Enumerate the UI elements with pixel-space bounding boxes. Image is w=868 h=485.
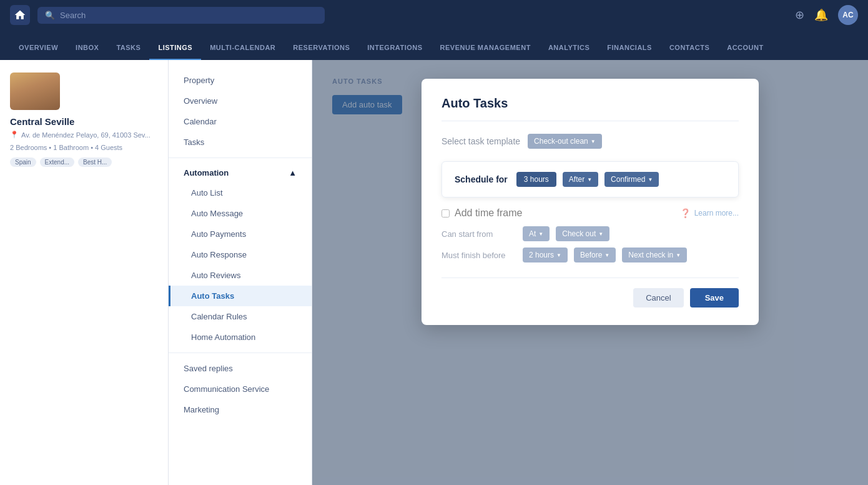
sidebar-nav: Property Overview Calendar Tasks Automat… (169, 60, 312, 485)
schedule-confirmed-btn[interactable]: Confirmed (604, 172, 659, 187)
sidebar-item-saved-replies[interactable]: Saved replies (169, 358, 312, 379)
modal-overlay: Auto Tasks Select task template Check-ou… (312, 60, 868, 485)
sidebar-item-auto-list[interactable]: Auto List (169, 182, 312, 203)
tag-extend: Extend... (40, 158, 74, 167)
must-finish-before-label: Must finish before (441, 251, 516, 260)
can-start-from-time-btn[interactable]: At (523, 226, 550, 241)
cancel-button[interactable]: Cancel (633, 288, 683, 308)
listing-panel: Central Seville 📍 Av. de Menéndez Pelayo… (0, 60, 169, 485)
help-icon: ❓ (680, 208, 691, 218)
sidebar-section-automation[interactable]: Automation ▲ (169, 163, 312, 182)
tab-tasks[interactable]: TASKS (107, 44, 149, 60)
modal-title: Auto Tasks (441, 96, 739, 121)
listing-address: 📍 Av. de Menéndez Pelayo, 69, 41003 Sev.… (10, 131, 158, 139)
add-time-frame-checkbox[interactable] (441, 209, 450, 218)
divider-2 (169, 352, 312, 353)
must-finish-before-event-btn[interactable]: Next check in (622, 248, 687, 262)
listing-name: Central Seville (10, 116, 158, 127)
sidebar-item-auto-tasks[interactable]: Auto Tasks (169, 286, 312, 306)
learn-more-link[interactable]: Learn more... (694, 209, 739, 218)
tag-best: Best H... (78, 158, 112, 167)
sidebar-item-property[interactable]: Property (169, 70, 312, 91)
nav-tabs: OVERVIEW INBOX TASKS LISTINGS MULTI-CALE… (0, 30, 868, 60)
timeframe-section: Add time frame ❓ Learn more... Can start… (441, 208, 739, 262)
auto-tasks-modal: Auto Tasks Select task template Check-ou… (422, 79, 759, 325)
search-icon: 🔍 (45, 11, 55, 20)
schedule-after-btn[interactable]: After (563, 172, 598, 187)
tab-analytics[interactable]: ANALYTICS (540, 44, 598, 60)
listing-image (10, 72, 60, 110)
checkbox-row: Add time frame ❓ Learn more... (441, 208, 739, 219)
home-logo[interactable] (10, 5, 30, 25)
sidebar-item-tasks[interactable]: Tasks (169, 132, 312, 152)
tab-financials[interactable]: FINANCIALS (598, 44, 661, 60)
template-row: Select task template Check-out clean (441, 134, 739, 149)
sidebar-item-overview[interactable]: Overview (169, 91, 312, 111)
schedule-row: Schedule for 3 hours After Confirmed (455, 172, 726, 187)
modal-footer: Cancel Save (441, 278, 739, 308)
add-time-frame-label: Add time frame (455, 208, 522, 219)
tab-integrations[interactable]: INTEGRATIONS (358, 44, 431, 60)
avatar[interactable]: AC (838, 5, 858, 25)
can-start-from-label: Can start from (441, 229, 516, 239)
sidebar-item-calendar-rules[interactable]: Calendar Rules (169, 306, 312, 327)
sidebar-item-calendar[interactable]: Calendar (169, 111, 312, 132)
add-icon[interactable]: ⊕ (795, 8, 804, 22)
location-icon: 📍 (10, 131, 19, 139)
content-area: AUTO TASKS Add auto task Auto Tasks Sele… (312, 60, 868, 485)
top-bar-right: ⊕ 🔔 AC (795, 5, 858, 25)
schedule-hours-btn[interactable]: 3 hours (516, 172, 556, 187)
tab-listings[interactable]: LISTINGS (149, 44, 201, 60)
sidebar-item-communication-service[interactable]: Communication Service (169, 379, 312, 399)
tab-inbox[interactable]: INBOX (67, 44, 107, 60)
sidebar-item-auto-message[interactable]: Auto Message (169, 203, 312, 224)
must-finish-before-time-btn[interactable]: 2 hours (523, 248, 568, 262)
sidebar-item-home-automation[interactable]: Home Automation (169, 327, 312, 348)
sidebar-item-marketing[interactable]: Marketing (169, 399, 312, 420)
tag-spain: Spain (10, 158, 36, 167)
top-bar: 🔍 Search ⊕ 🔔 AC (0, 0, 868, 30)
sidebar-item-auto-reviews[interactable]: Auto Reviews (169, 265, 312, 286)
chevron-up-icon: ▲ (289, 168, 297, 178)
sidebar-item-auto-response[interactable]: Auto Response (169, 244, 312, 265)
search-bar[interactable]: 🔍 Search (37, 7, 325, 24)
must-finish-before-dir-btn[interactable]: Before (574, 248, 616, 262)
tab-account[interactable]: ACCOUNT (718, 44, 772, 60)
search-placeholder: Search (60, 11, 86, 20)
tab-multi-calendar[interactable]: MULTI-CALENDAR (201, 44, 284, 60)
listing-tags: Spain Extend... Best H... (10, 158, 158, 167)
template-label: Select task template (441, 136, 520, 146)
can-start-from-row: Can start from At Check out (441, 226, 739, 241)
divider-1 (169, 158, 312, 158)
main-content: Central Seville 📍 Av. de Menéndez Pelayo… (0, 60, 868, 485)
sidebar-item-auto-payments[interactable]: Auto Payments (169, 224, 312, 244)
tab-contacts[interactable]: CONTACTS (661, 44, 718, 60)
tab-overview[interactable]: OVERVIEW (10, 44, 67, 60)
schedule-label: Schedule for (455, 174, 508, 184)
schedule-section: Schedule for 3 hours After Confirmed (441, 161, 739, 198)
must-finish-before-row: Must finish before 2 hours Before Next c… (441, 248, 739, 262)
tab-revenue-management[interactable]: REVENUE MANAGEMENT (432, 44, 540, 60)
notifications-icon[interactable]: 🔔 (814, 8, 828, 22)
tab-reservations[interactable]: RESERVATIONS (284, 44, 358, 60)
save-button[interactable]: Save (690, 288, 739, 308)
listing-meta: 2 Bedrooms • 1 Bathroom • 4 Guests (10, 144, 158, 151)
can-start-from-event-btn[interactable]: Check out (556, 226, 609, 241)
template-dropdown[interactable]: Check-out clean (528, 134, 602, 149)
